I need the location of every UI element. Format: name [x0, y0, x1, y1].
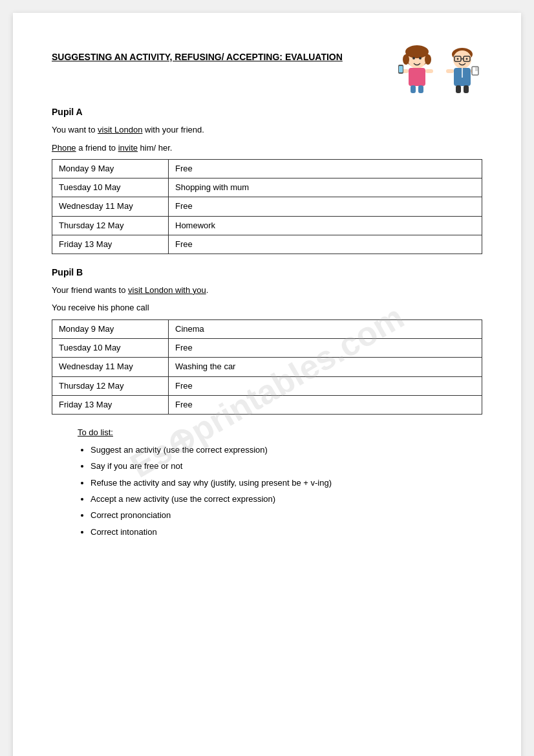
list-item: Refuse the activity and say why (justify… [91, 475, 482, 490]
svg-point-15 [453, 50, 471, 69]
svg-rect-29 [456, 85, 461, 93]
invite-text: invite [118, 143, 138, 153]
table-row: Wednesday 11 MayWashing the car [52, 358, 482, 376]
visit-london-b-text: visit London with you [128, 285, 206, 295]
list-item: Accept a new activity (use the correct e… [91, 491, 482, 506]
day-cell: Wednesday 11 May [52, 197, 169, 216]
table-row: Thursday 12 MayHomework [52, 216, 482, 235]
table-row: Monday 9 MayFree [52, 160, 482, 178]
svg-rect-12 [411, 85, 416, 93]
list-item: Suggest an activity (use the correct exp… [91, 442, 482, 457]
header-area: SUGGESTING AN ACTIVITY, REFUSING/ ACCEPT… [52, 45, 482, 94]
girl-character-icon [397, 45, 437, 94]
table-row: Monday 9 MayCinema [52, 319, 482, 338]
pupil-b-intro1: Your friend wants to visit London with y… [52, 284, 482, 297]
activity-cell: Free [169, 160, 482, 178]
svg-rect-9 [425, 69, 433, 73]
pupil-b-section: Pupil B Your friend wants to visit Londo… [52, 267, 482, 415]
svg-point-4 [425, 54, 431, 65]
svg-rect-11 [399, 66, 403, 72]
svg-point-19 [457, 58, 459, 60]
pupil-a-schedule-table: Monday 9 MayFreeTuesday 10 MayShopping w… [52, 159, 482, 254]
activity-cell: Free [169, 376, 482, 395]
table-row: Friday 13 MayFree [52, 395, 482, 414]
page-title: SUGGESTING AN ACTIVITY, REFUSING/ ACCEPT… [52, 52, 343, 62]
activity-cell: Free [169, 395, 482, 414]
table-row: Thursday 12 MayFree [52, 376, 482, 395]
todo-list: Suggest an activity (use the correct exp… [78, 442, 482, 539]
list-item: Correct prononciation [91, 508, 482, 523]
table-row: Tuesday 10 MayFree [52, 339, 482, 358]
pupil-a-intro2: Phone a friend to invite him/ her. [52, 142, 482, 155]
svg-point-3 [403, 54, 409, 65]
svg-rect-30 [464, 85, 469, 93]
page: Es⊕printables.com SUGGESTING AN ACTIVITY… [13, 13, 521, 756]
day-cell: Monday 9 May [52, 319, 169, 338]
pupil-b-title: Pupil B [52, 267, 482, 277]
boy-character-icon [442, 45, 482, 94]
todo-section: To do list: Suggest an activity (use the… [52, 427, 482, 539]
day-cell: Thursday 12 May [52, 216, 169, 235]
list-item: Say if you are free or not [91, 459, 482, 473]
day-cell: Friday 13 May [52, 235, 169, 254]
activity-cell: Shopping with mum [169, 178, 482, 197]
svg-point-5 [412, 57, 415, 59]
day-cell: Thursday 12 May [52, 376, 169, 395]
svg-point-20 [466, 58, 468, 60]
pupil-a-section: Pupil A You want to visit London with yo… [52, 107, 482, 254]
pupil-a-title: Pupil A [52, 107, 482, 117]
pupil-a-table-body: Monday 9 MayFreeTuesday 10 MayShopping w… [52, 160, 482, 254]
list-item: Correct intonation [91, 524, 482, 539]
svg-rect-7 [409, 68, 425, 86]
table-row: Wednesday 11 MayFree [52, 197, 482, 216]
phone-text: Phone [52, 143, 76, 153]
activity-cell: Free [169, 197, 482, 216]
characters-illustration [397, 45, 482, 94]
activity-cell: Free [169, 235, 482, 254]
day-cell: Wednesday 11 May [52, 358, 169, 376]
activity-cell: Washing the car [169, 358, 482, 376]
visit-london-text: visit London [98, 125, 142, 135]
pupil-b-schedule-table: Monday 9 MayCinemaTuesday 10 MayFreeWedn… [52, 319, 482, 415]
activity-cell: Homework [169, 216, 482, 235]
pupil-b-intro2: You receive his phone call [52, 301, 482, 314]
svg-rect-23 [446, 69, 454, 73]
day-cell: Tuesday 10 May [52, 339, 169, 358]
day-cell: Friday 13 May [52, 395, 169, 414]
pupil-b-table-body: Monday 9 MayCinemaTuesday 10 MayFreeWedn… [52, 319, 482, 414]
activity-cell: Free [169, 339, 482, 358]
table-row: Friday 13 MayFree [52, 235, 482, 254]
day-cell: Tuesday 10 May [52, 178, 169, 197]
activity-cell: Cinema [169, 319, 482, 338]
day-cell: Monday 9 May [52, 160, 169, 178]
pupil-a-intro1: You want to visit London with your frien… [52, 124, 482, 136]
svg-rect-13 [418, 85, 423, 93]
svg-point-6 [419, 57, 422, 59]
svg-point-2 [405, 45, 429, 58]
todo-title: To do list: [78, 427, 482, 437]
table-row: Tuesday 10 MayShopping with mum [52, 178, 482, 197]
